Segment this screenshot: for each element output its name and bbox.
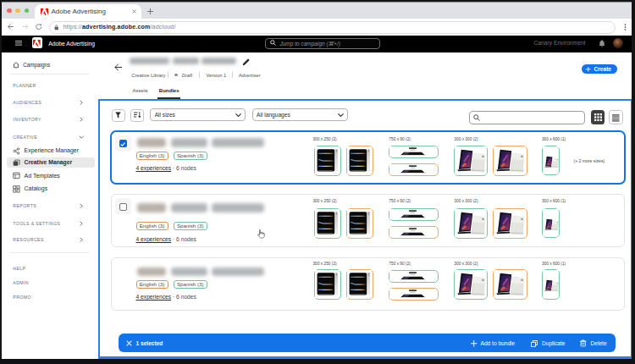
svg-text:i: i (336, 273, 337, 277)
svg-text:i: i (336, 149, 337, 153)
svg-text:i: i (368, 273, 369, 277)
svg-text:i: i (368, 212, 369, 216)
svg-text:i: i (336, 212, 337, 216)
svg-text:i: i (368, 149, 369, 153)
